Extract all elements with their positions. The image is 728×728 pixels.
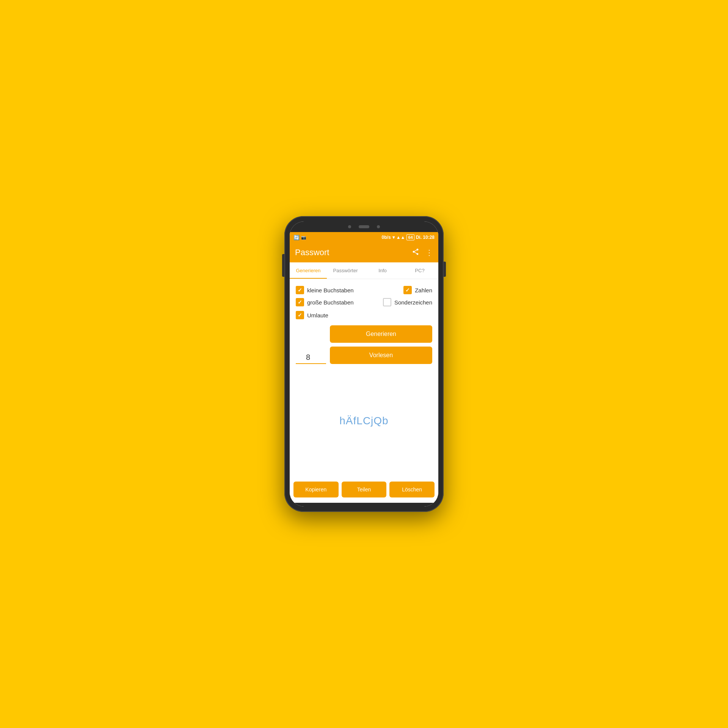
tab-passwoerter[interactable]: Passwörter xyxy=(327,262,364,279)
camera-dot-2 xyxy=(377,225,380,228)
label-umlaute: Umlaute xyxy=(307,312,328,318)
checkbox-sonderzeichen-box[interactable] xyxy=(383,298,391,306)
length-input[interactable] xyxy=(296,351,326,364)
check-icon-gross: ✓ xyxy=(298,299,302,305)
generated-password-text: hÄfLCjQb xyxy=(339,415,388,427)
checkbox-umlaute[interactable]: ✓ Umlaute xyxy=(296,311,328,319)
action-buttons-col: Generieren Vorlesen xyxy=(330,325,432,364)
battery-icon: 64 xyxy=(406,234,414,240)
checkbox-grosse-buchstaben-box[interactable]: ✓ xyxy=(296,298,304,306)
app-toolbar: Passwort ⋮ xyxy=(290,243,438,262)
password-display-area: hÄfLCjQb xyxy=(296,368,432,474)
speaker xyxy=(359,225,369,228)
wifi-icon: ▾ xyxy=(392,235,395,240)
label-zahlen: Zahlen xyxy=(415,287,432,293)
kopieren-button[interactable]: Kopieren xyxy=(293,482,339,497)
bottom-bar: Kopieren Teilen Löschen xyxy=(290,478,438,503)
checkbox-grosse-buchstaben[interactable]: ✓ große Buchstaben xyxy=(296,298,354,306)
label-grosse-buchstaben: große Buchstaben xyxy=(307,299,354,306)
check-icon-zahlen: ✓ xyxy=(405,287,410,293)
generieren-button[interactable]: Generieren xyxy=(330,325,432,343)
sync-icon: 🔄 xyxy=(293,235,300,240)
check-icon-umlaute: ✓ xyxy=(298,312,302,318)
checkbox-kleine-buchstaben[interactable]: ✓ kleine Buchstaben xyxy=(296,286,354,294)
camera-status-icon: 📷 xyxy=(301,235,306,240)
tabs-bar: Generieren Passwörter Info PC? xyxy=(290,262,438,279)
toolbar-icons: ⋮ xyxy=(412,248,433,257)
phone-device: 🔄 📷 0b/s ▾ ▲▲ 64 Di. 10:28 Passwort ⋮ xyxy=(284,216,444,512)
tab-info[interactable]: Info xyxy=(364,262,401,279)
label-sonderzeichen: Sonderzeichen xyxy=(394,299,432,306)
status-bar: 🔄 📷 0b/s ▾ ▲▲ 64 Di. 10:28 xyxy=(290,232,438,243)
checkbox-group-row3: ✓ Umlaute xyxy=(296,311,432,319)
label-kleine-buchstaben: kleine Buchstaben xyxy=(307,287,354,293)
phone-camera-bar xyxy=(290,221,438,232)
app-title: Passwort xyxy=(295,248,329,257)
data-speed: 0b/s xyxy=(382,235,391,240)
phone-bottom-bar xyxy=(290,503,438,507)
phone-screen: 🔄 📷 0b/s ▾ ▲▲ 64 Di. 10:28 Passwort ⋮ xyxy=(290,221,438,507)
check-icon: ✓ xyxy=(298,287,302,293)
more-options-icon[interactable]: ⋮ xyxy=(425,248,433,257)
checkbox-group-row2: ✓ große Buchstaben Sonderzeichen xyxy=(296,298,432,306)
vorlesen-button[interactable]: Vorlesen xyxy=(330,347,432,364)
tab-generieren[interactable]: Generieren xyxy=(290,262,327,279)
number-and-buttons: Generieren Vorlesen xyxy=(296,325,432,364)
status-left: 🔄 📷 xyxy=(293,235,306,240)
checkbox-umlaute-box[interactable]: ✓ xyxy=(296,311,304,319)
teilen-button[interactable]: Teilen xyxy=(342,482,387,497)
checkbox-kleine-buchstaben-box[interactable]: ✓ xyxy=(296,286,304,294)
checkbox-zahlen-box[interactable]: ✓ xyxy=(403,286,412,294)
checkbox-sonderzeichen[interactable]: Sonderzeichen xyxy=(383,298,432,306)
time-display: Di. 10:28 xyxy=(416,235,435,240)
status-right: 0b/s ▾ ▲▲ 64 Di. 10:28 xyxy=(382,234,435,240)
checkbox-group-row1: ✓ kleine Buchstaben ✓ Zahlen xyxy=(296,286,432,294)
loeschen-button[interactable]: Löschen xyxy=(389,482,435,497)
signal-icon: ▲▲ xyxy=(396,235,405,240)
tab-pc[interactable]: PC? xyxy=(401,262,438,279)
length-input-wrapper xyxy=(296,351,326,364)
camera-dot xyxy=(348,225,351,228)
share-icon[interactable] xyxy=(412,248,419,257)
content-area: ✓ kleine Buchstaben ✓ Zahlen ✓ gr xyxy=(290,279,438,478)
checkbox-zahlen[interactable]: ✓ Zahlen xyxy=(403,286,432,294)
